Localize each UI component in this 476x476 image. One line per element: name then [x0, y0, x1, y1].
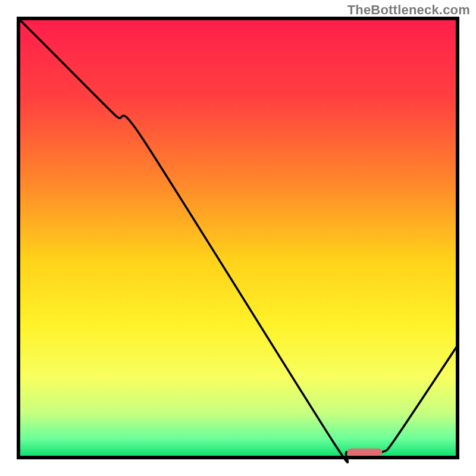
chart-frame: { "watermark": "TheBottleneck.com", "col…	[0, 0, 476, 476]
watermark-text: TheBottleneck.com	[347, 2, 470, 18]
trough-marker	[347, 449, 383, 456]
heat-chart	[0, 0, 476, 476]
